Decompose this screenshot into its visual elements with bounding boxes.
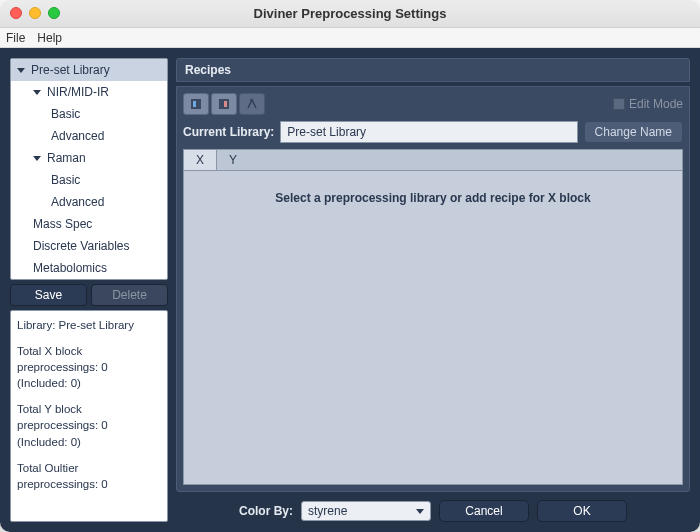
- recipes-body: Edit Mode Current Library: Pre-set Libra…: [176, 86, 690, 492]
- stats-panel: Library: Pre-set Library Total X block p…: [10, 310, 168, 522]
- svg-rect-3: [224, 101, 227, 107]
- tool-button-2[interactable]: [211, 93, 237, 115]
- chevron-down-icon: [17, 68, 25, 73]
- main-panel: Recipes: [176, 58, 690, 522]
- menu-file[interactable]: File: [6, 31, 25, 45]
- current-library-label: Current Library:: [183, 125, 274, 139]
- tree-raman[interactable]: Raman: [11, 147, 167, 169]
- tree-discrete[interactable]: Discrete Variables: [11, 235, 167, 257]
- maximize-icon[interactable]: [48, 7, 60, 19]
- edit-mode-label: Edit Mode: [629, 97, 683, 111]
- edit-mode-toggle[interactable]: Edit Mode: [613, 97, 683, 111]
- tree-label: Basic: [51, 107, 80, 121]
- tree-label: Raman: [47, 151, 86, 165]
- tree-label: Discrete Variables: [33, 239, 129, 253]
- color-by-label: Color By:: [239, 504, 293, 518]
- lambda-icon: [245, 97, 259, 111]
- tree-label: Advanced: [51, 195, 104, 209]
- traffic-lights: [10, 7, 60, 19]
- tree-label: Metabolomics: [33, 261, 107, 275]
- tool1-icon: [189, 97, 203, 111]
- tree-label: Basic: [51, 173, 80, 187]
- current-library-input[interactable]: Pre-set Library: [280, 121, 577, 143]
- stats-x-block: Total X block preprocessings: 0 (Include…: [17, 343, 161, 391]
- tree-label: Pre-set Library: [31, 63, 110, 77]
- current-library-row: Current Library: Pre-set Library Change …: [183, 121, 683, 143]
- titlebar: Diviner Preprocessing Settings: [0, 0, 700, 28]
- tab-strip: [249, 149, 683, 170]
- tree-nir-basic[interactable]: Basic: [11, 103, 167, 125]
- cancel-button[interactable]: Cancel: [439, 500, 529, 522]
- sidebar-buttons: Save Delete: [10, 284, 168, 306]
- color-by-select[interactable]: styrene: [301, 501, 431, 521]
- chevron-down-icon: [33, 90, 41, 95]
- tree-raman-basic[interactable]: Basic: [11, 169, 167, 191]
- tool2-icon: [217, 97, 231, 111]
- recipes-header: Recipes: [176, 58, 690, 82]
- close-icon[interactable]: [10, 7, 22, 19]
- tool-button-1[interactable]: [183, 93, 209, 115]
- tree-raman-advanced[interactable]: Advanced: [11, 191, 167, 213]
- save-button[interactable]: Save: [10, 284, 87, 306]
- chevron-down-icon: [33, 156, 41, 161]
- tree-label: Advanced: [51, 129, 104, 143]
- library-tree[interactable]: Pre-set Library NIR/MID-IR Basic Advance…: [10, 58, 168, 280]
- placeholder-text: Select a preprocessing library or add re…: [275, 191, 590, 205]
- tree-mass-spec[interactable]: Mass Spec: [11, 213, 167, 235]
- sidebar: Pre-set Library NIR/MID-IR Basic Advance…: [10, 58, 168, 522]
- body: Pre-set Library NIR/MID-IR Basic Advance…: [0, 48, 700, 532]
- toolbar: Edit Mode: [183, 93, 683, 115]
- minimize-icon[interactable]: [29, 7, 41, 19]
- tree-nir-advanced[interactable]: Advanced: [11, 125, 167, 147]
- tree-nir[interactable]: NIR/MID-IR: [11, 81, 167, 103]
- block-tabs: X Y: [183, 149, 683, 171]
- window-title: Diviner Preprocessing Settings: [254, 6, 447, 21]
- stats-library: Library: Pre-set Library: [17, 317, 161, 333]
- tree-label: NIR/MID-IR: [47, 85, 109, 99]
- menubar: File Help: [0, 28, 700, 48]
- app-window: Diviner Preprocessing Settings File Help…: [0, 0, 700, 532]
- tree-root[interactable]: Pre-set Library: [11, 59, 167, 81]
- stats-outlier: Total Oultier preprocessings: 0: [17, 460, 161, 492]
- ok-button[interactable]: OK: [537, 500, 627, 522]
- footer: Color By: styrene Cancel OK: [176, 496, 690, 522]
- svg-rect-1: [193, 101, 196, 107]
- color-by-value: styrene: [308, 504, 347, 518]
- tab-x[interactable]: X: [183, 149, 217, 170]
- tree-metabolomics[interactable]: Metabolomics: [11, 257, 167, 279]
- recipe-content: Select a preprocessing library or add re…: [183, 171, 683, 485]
- tab-y[interactable]: Y: [216, 149, 250, 170]
- chevron-down-icon: [416, 509, 424, 514]
- delete-button[interactable]: Delete: [91, 284, 168, 306]
- stats-y-block: Total Y block preprocessings: 0 (Include…: [17, 401, 161, 449]
- change-name-button[interactable]: Change Name: [584, 121, 683, 143]
- menu-help[interactable]: Help: [37, 31, 62, 45]
- tool-button-3[interactable]: [239, 93, 265, 115]
- tree-label: Mass Spec: [33, 217, 92, 231]
- checkbox-icon: [613, 98, 625, 110]
